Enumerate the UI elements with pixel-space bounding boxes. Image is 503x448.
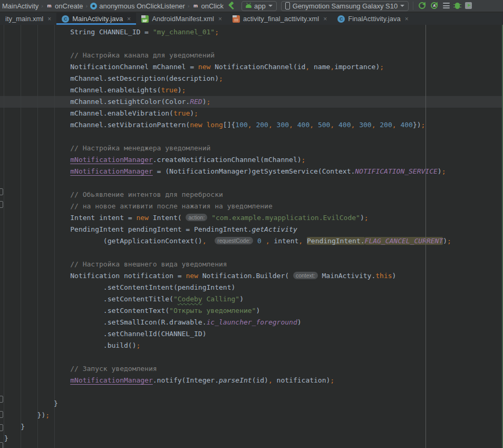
code-token: } (4, 423, 25, 431)
code-token: ; (380, 63, 384, 71)
code-token: .build() (4, 341, 136, 349)
tab-close-icon[interactable]: × (47, 15, 51, 23)
module-selector[interactable]: app (241, 1, 277, 11)
code-token: "my_channel_01" (153, 28, 215, 36)
code-token: ) (392, 272, 396, 280)
code-token: 300 (359, 121, 371, 129)
breadcrumb-label: MainActivity (2, 2, 38, 10)
code-line: .setContentText("Открыть уведомление") (4, 305, 451, 317)
build-hammer-icon[interactable] (228, 1, 237, 11)
code-token: // Настройка внешнего вида уведомления (4, 260, 227, 268)
code-token: importance) (334, 63, 380, 71)
fold-marker-icon[interactable] (0, 396, 3, 403)
code-token: ) (360, 214, 364, 222)
code-token: parseInt (219, 376, 252, 384)
rerun-icon[interactable] (419, 2, 425, 9)
code-token: mNotificationManager (70, 167, 153, 175)
code-token: ; (447, 237, 451, 245)
code-token: ; (45, 411, 50, 419)
code-token: // Обьявление интентов для переброски (4, 190, 223, 198)
code-token: mChannel.setVibrationPattern( (4, 121, 190, 129)
code-line: PendingIntent pendingIntent = PendingInt… (4, 224, 451, 235)
fold-marker-icon[interactable] (0, 201, 3, 208)
code-token: ) (190, 109, 194, 117)
code-token: mNotificationManager (70, 376, 153, 384)
fold-marker-icon[interactable] (0, 411, 3, 418)
code-token: mChannel.setDescription(description) (4, 74, 219, 82)
code-token: , (298, 237, 303, 245)
code-token: new (198, 63, 210, 71)
code-line: // Настройка менеджера уведомлений (4, 142, 451, 154)
debug-icon[interactable] (455, 3, 460, 9)
code-line: }); (4, 409, 451, 421)
code-token (314, 121, 318, 129)
tab-ity_main.xml[interactable]: ity_main.xml× (0, 13, 56, 25)
code-token: ; (182, 86, 186, 94)
tab-close-icon[interactable]: × (323, 15, 327, 23)
tab-MainActivity.java[interactable]: CMainActivity.java× (56, 13, 136, 25)
tab-label: MainActivity.java (72, 15, 123, 23)
code-token: []{ (223, 121, 235, 129)
fold-marker-icon[interactable] (0, 424, 3, 431)
breadcrumb-label: onCreate (55, 2, 83, 10)
code-token: true (173, 109, 190, 117)
code-token: , (305, 63, 309, 71)
code-token (355, 121, 359, 129)
code-line: .setContentTitle("Codeby Calling") (4, 293, 451, 305)
code-token: ) (239, 295, 244, 303)
code-editor[interactable]: String CHANNEL_ID = "my_channel_01"; // … (0, 25, 503, 448)
code-token: getActivity (252, 225, 297, 233)
code-token: ic_launcher_foreground (207, 318, 297, 326)
profiler-icon[interactable] (465, 2, 472, 9)
chevron-down-icon (400, 5, 404, 7)
tab-FinalActtivity.java[interactable]: CFinalActtivity.java× (332, 13, 413, 25)
code-token: , (248, 121, 252, 129)
code-token: ; (136, 341, 140, 349)
tab-label: FinalActtivity.java (348, 15, 400, 23)
code-token: ; (302, 156, 306, 164)
code-token: 500 (318, 121, 330, 129)
code-token: }) (413, 121, 421, 129)
breadcrumb-item[interactable]: monCreate (45, 2, 84, 10)
tab-close-icon[interactable]: × (218, 15, 222, 23)
fold-marker-icon[interactable] (0, 442, 3, 448)
code-line: mNotificationManager.createNotificationC… (4, 154, 451, 166)
code-token: NotificationChannel mChannel = (4, 63, 198, 71)
code-token: ; (330, 376, 334, 384)
code-token: .setContentTitle( (4, 295, 173, 303)
tab-AndroidManifest.xml[interactable]: MFAndroidManifest.xml× (136, 13, 227, 25)
apply-code-changes-icon[interactable]: A (431, 2, 438, 9)
code-token: " (173, 295, 178, 303)
code-token: ; (421, 121, 425, 129)
code-token: 0 (257, 237, 262, 245)
code-line: mChannel.setDescription(description); (4, 73, 451, 84)
code-token: mChannel.enableVibration( (4, 109, 173, 117)
chevron-down-icon (268, 5, 273, 7)
breadcrumb-item[interactable]: MainActivity (1, 2, 40, 10)
breadcrumb-separator: › (84, 3, 90, 9)
code-token: ) (178, 86, 182, 94)
device-selector[interactable]: Genymotion Samsung Galaxy S10 (281, 1, 409, 11)
right-margin-line (425, 25, 426, 448)
code-token: // Запуск уведомления (4, 365, 157, 373)
code-line: .setSmallIcon(R.drawable.ic_launcher_for… (4, 317, 451, 328)
code-token: NotificationChannel(id (210, 63, 305, 71)
code-token (4, 156, 70, 164)
code-token (207, 214, 211, 222)
tab-close-icon[interactable]: × (405, 15, 409, 23)
code-token: ; (207, 98, 211, 106)
code-token: new (186, 272, 198, 280)
tab-close-icon[interactable]: × (127, 15, 131, 23)
tab-activity_final_acttivity.xml[interactable]: activity_final_acttivity.xml× (227, 13, 332, 25)
code-line (4, 38, 451, 50)
breadcrumb-item[interactable]: anonymous OnClickListener (89, 2, 186, 10)
code-token: ) (438, 167, 442, 175)
build-variants-list-icon[interactable] (443, 3, 450, 8)
code-line: // Настройка канала для уведомлений (4, 50, 451, 61)
code-token: // Настройка менеджера уведомлений (4, 144, 210, 152)
code-line: mChannel.setLightColor(Color.RED); (4, 96, 451, 108)
breadcrumb-separator: › (186, 3, 191, 9)
breadcrumb-item[interactable]: monClick (191, 2, 225, 10)
code-token: new (136, 214, 148, 222)
fold-marker-icon[interactable] (0, 188, 3, 195)
